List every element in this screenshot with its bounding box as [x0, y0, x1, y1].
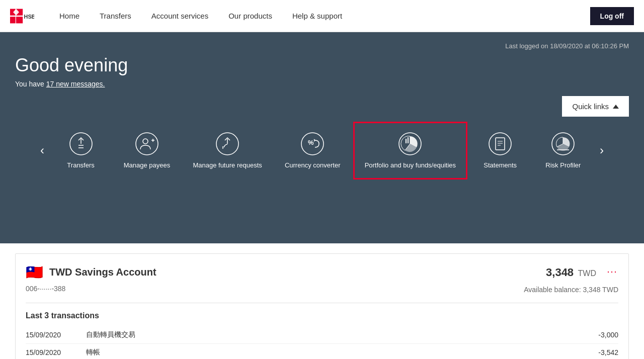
portfolio-label: Portfolio and buy funds/equities: [365, 161, 456, 170]
risk-profiler-label: Risk Profiler: [545, 161, 581, 170]
transaction-date: 15/09/2020: [26, 331, 86, 339]
portfolio-icon: [397, 131, 423, 156]
account-flag: 🇹🇼: [26, 264, 43, 281]
account-number: 006-······-388: [26, 285, 65, 293]
transaction-date: 15/09/2020: [26, 348, 86, 356]
quick-link-statements[interactable]: Statements: [470, 123, 530, 178]
last-logged-text: Last logged on 18/09/2020 at 06:10:26 PM: [15, 42, 629, 50]
transaction-row: 15/09/2020 自動轉員機交易 -3,000: [26, 326, 618, 344]
quick-links-bar: Quick links: [15, 96, 629, 117]
quick-link-transfers[interactable]: Transfers: [51, 123, 111, 178]
hero-section: Last logged on 18/09/2020 at 06:10:26 PM…: [0, 32, 644, 243]
main-nav: Home Transfers Account services Our prod…: [49, 0, 590, 32]
svg-text:%: %: [308, 139, 314, 146]
currency-converter-label: Currency converter: [285, 161, 341, 170]
navbar-right: Log off: [590, 7, 634, 25]
messages-text: You have 17 new messages.: [15, 80, 629, 88]
svg-point-12: [136, 133, 158, 155]
nav-help-support[interactable]: Help & support: [282, 0, 352, 32]
carousel-next-button[interactable]: ›: [595, 138, 609, 162]
currency-converter-icon: %: [300, 131, 325, 156]
nav-account-services[interactable]: Account services: [141, 0, 218, 32]
risk-profiler-icon: [550, 131, 576, 156]
statements-icon: [488, 131, 513, 156]
statements-label: Statements: [484, 161, 517, 170]
logoff-button[interactable]: Log off: [590, 7, 634, 25]
messages-prefix: You have: [15, 80, 46, 88]
svg-text:HSBC: HSBC: [24, 13, 34, 19]
account-balance-display: 3,348 TWD: [546, 266, 596, 279]
brand-logo[interactable]: HSBC: [10, 8, 34, 24]
account-menu-button[interactable]: ⋮: [606, 267, 618, 278]
account-balance: 3,348: [546, 266, 574, 279]
nav-our-products[interactable]: Our products: [218, 0, 282, 32]
quick-links-items: Transfers Manage payees: [49, 122, 595, 180]
transaction-row: 15/09/2020 轉帳 -3,542: [26, 344, 618, 359]
manage-future-icon: [215, 131, 240, 156]
transaction-description: 自動轉員機交易: [86, 330, 578, 339]
transaction-amount: -3,000: [578, 331, 618, 339]
chevron-up-icon: [613, 105, 619, 109]
messages-link[interactable]: 17 new messages.: [46, 80, 105, 88]
account-card: 🇹🇼 TWD Savings Account 3,348 TWD ⋮ 006-·…: [15, 253, 629, 359]
quick-link-manage-future[interactable]: Manage future requests: [183, 123, 272, 178]
quick-links-label: Quick links: [572, 102, 609, 111]
accounts-section: 🇹🇼 TWD Savings Account 3,348 TWD ⋮ 006-·…: [0, 243, 644, 359]
quick-link-portfolio[interactable]: Portfolio and buy funds/equities: [353, 122, 467, 180]
svg-marker-2: [16, 17, 23, 23]
transactions-list: 15/09/2020 自動轉員機交易 -3,000 15/09/2020 轉帳 …: [26, 326, 618, 359]
available-balance: Available balance: 3,348 TWD: [524, 286, 618, 294]
manage-payees-icon: [134, 131, 159, 156]
manage-payees-label: Manage payees: [124, 161, 171, 170]
quick-links-button[interactable]: Quick links: [562, 96, 629, 117]
account-name: TWD Savings Account: [49, 266, 156, 278]
transactions-header: Last 3 transactions: [26, 311, 618, 320]
greeting-text: Good evening: [15, 55, 629, 76]
svg-rect-26: [496, 138, 505, 150]
transaction-amount: -3,542: [578, 348, 618, 356]
nav-transfers[interactable]: Transfers: [90, 0, 141, 32]
manage-future-label: Manage future requests: [193, 161, 262, 170]
account-left: 🇹🇼 TWD Savings Account: [26, 264, 156, 281]
transfers-label: Transfers: [67, 161, 94, 170]
svg-point-25: [489, 133, 511, 155]
account-header: 🇹🇼 TWD Savings Account 3,348 TWD ⋮: [26, 264, 618, 281]
quick-link-manage-payees[interactable]: Manage payees: [114, 123, 181, 178]
quick-links-row: ‹ Transfers: [15, 122, 629, 180]
nav-home[interactable]: Home: [49, 0, 90, 32]
navbar: HSBC Home Transfers Account services Our…: [0, 0, 644, 32]
divider: [26, 303, 618, 303]
quick-link-currency-converter[interactable]: % Currency converter: [275, 123, 351, 178]
account-currency: TWD: [578, 269, 596, 278]
svg-marker-4: [10, 17, 16, 23]
hsbc-logo-icon: HSBC: [10, 8, 34, 24]
carousel-prev-button[interactable]: ‹: [35, 138, 49, 162]
svg-point-13: [143, 139, 148, 144]
account-meta: 006-······-388 Available balance: 3,348 …: [26, 285, 618, 295]
account-right: 3,348 TWD ⋮: [546, 266, 618, 279]
transfers-icon: [68, 131, 94, 156]
transaction-description: 轉帳: [86, 348, 578, 357]
quick-link-risk-profiler[interactable]: Risk Profiler: [533, 123, 593, 178]
